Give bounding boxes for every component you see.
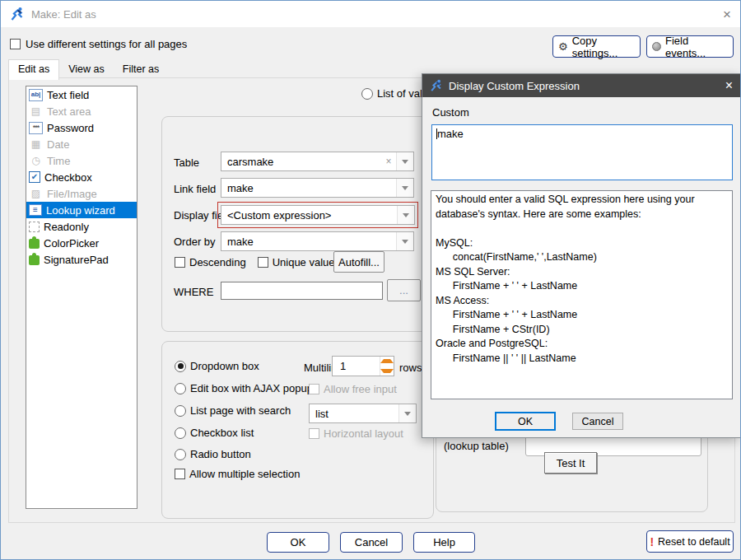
dialog-close-icon[interactable]: ×	[725, 79, 733, 92]
autofill-button[interactable]: Autofill...	[333, 251, 384, 273]
link-field-dropdown-button[interactable]	[396, 179, 413, 197]
help-button[interactable]: Help	[413, 532, 475, 553]
tab-edit-as[interactable]: Edit as	[8, 59, 59, 80]
sidebar-item-lookup-wizard[interactable]: ≡ Lookup wizard	[26, 202, 137, 218]
allow-multiple-checkbox[interactable]	[175, 469, 185, 479]
chevron-down-icon	[404, 412, 411, 416]
clear-icon[interactable]: ×	[381, 156, 396, 167]
sidebar-item-file-image[interactable]: ▨ File/Image	[26, 185, 137, 202]
stepper-down-button[interactable]	[380, 366, 394, 376]
dropdown-box-option[interactable]: Dropdown box	[175, 360, 259, 372]
horizontal-layout-checkbox[interactable]	[309, 428, 319, 439]
sidebar-item-time[interactable]: ◷ Time	[26, 152, 137, 169]
display-field-combobox[interactable]: <Custom expression>	[221, 205, 415, 225]
sidebar-item-password[interactable]: *** Password	[26, 119, 137, 136]
list-page-combobox[interactable]: list	[309, 404, 417, 423]
table-value: carsmake	[221, 156, 381, 168]
custom-expression-textarea[interactable]: make	[431, 124, 733, 180]
where-label: WHERE	[174, 286, 213, 298]
chevron-down-icon	[402, 160, 408, 164]
app-runner-icon	[430, 79, 443, 92]
edit-type-listbox: ab| Text field ▤ Text area *** Password …	[26, 86, 137, 509]
list-of-values-radio[interactable]	[361, 88, 373, 100]
allow-multiple-row: Allow multiple selection	[175, 468, 300, 480]
field-events-label: Field events...	[665, 35, 728, 59]
copy-settings-button[interactable]: ⚙ Copy settings...	[552, 35, 641, 58]
sidebar-item-text-field[interactable]: ab| Text field	[26, 86, 137, 103]
multiline-stepper[interactable]: 1	[332, 356, 394, 376]
where-input[interactable]	[221, 282, 383, 300]
horizontal-layout-label: Horizontal layout	[324, 427, 403, 440]
sidebar-item-signaturepad[interactable]: SignaturePad	[26, 251, 137, 268]
radio-button-radio[interactable]	[175, 449, 186, 460]
chevron-down-icon	[403, 213, 409, 217]
test-it-button[interactable]: Test It	[544, 452, 597, 474]
tab-view-as[interactable]: View as	[59, 60, 114, 79]
multiline-value: 1	[333, 357, 380, 376]
checkbox-list-radio[interactable]	[175, 427, 186, 439]
gear-icon: ⚙	[558, 40, 568, 53]
dropdown-box-label: Dropdown box	[190, 360, 259, 372]
horizontal-layout-row: Horizontal layout	[309, 427, 403, 440]
edit-box-ajax-label: Edit box with AJAX popup	[190, 382, 313, 394]
unique-values-checkbox[interactable]	[258, 257, 268, 268]
text-area-icon: ▤	[29, 105, 43, 118]
test-it-label: Test It	[557, 457, 585, 469]
checkbox-list-option[interactable]: Checkbox list	[175, 427, 254, 439]
use-different-settings-label: Use different settings for all pages	[26, 38, 187, 50]
link-field-value: make	[221, 182, 396, 194]
lookup-table-label: (lookup table)	[444, 440, 509, 452]
plugin-icon	[29, 255, 40, 265]
sidebar-item-text-area[interactable]: ▤ Text area	[26, 103, 137, 119]
radio-button-label: Radio button	[190, 448, 251, 460]
ok-button[interactable]: OK	[267, 532, 329, 553]
link-field-combobox[interactable]: make	[221, 178, 414, 198]
table-dropdown-button[interactable]	[396, 152, 413, 170]
edit-box-ajax-radio[interactable]	[175, 383, 186, 394]
descending-checkbox[interactable]	[175, 257, 185, 268]
dropdown-box-radio[interactable]	[175, 361, 186, 372]
sidebar-item-checkbox[interactable]: ✔ Checkbox	[26, 169, 137, 185]
sidebar-item-colorpicker[interactable]: ColorPicker	[26, 235, 137, 251]
edit-box-ajax-option[interactable]: Edit box with AJAX popup	[175, 382, 313, 394]
exclamation-icon: !	[650, 535, 654, 548]
list-page-search-option[interactable]: List page with search	[175, 404, 291, 417]
order-by-combobox[interactable]: make	[221, 231, 414, 251]
dialog-ok-button[interactable]: OK	[495, 412, 556, 431]
text-field-icon: ab|	[29, 89, 43, 101]
title-bar: Make: Edit as ×	[1, 1, 740, 27]
window-close-icon[interactable]: ×	[723, 7, 731, 21]
allow-multiple-label: Allow multiple selection	[189, 468, 300, 480]
tabstrip: Edit asView asFilter as	[8, 59, 168, 79]
stepper-up-button[interactable]	[380, 357, 394, 366]
list-page-search-label: List page with search	[190, 404, 291, 417]
allow-free-input-checkbox[interactable]	[309, 384, 319, 394]
cancel-button[interactable]: Cancel	[340, 532, 403, 553]
ellipsis-icon: ...	[399, 284, 408, 296]
make-edit-as-window: Make: Edit as × Use different settings f…	[0, 0, 741, 560]
table-combobox[interactable]: carsmake ×	[221, 152, 414, 171]
list-of-values-option[interactable]: List of valu	[361, 87, 428, 100]
window-title: Make: Edit as	[31, 8, 96, 21]
sidebar-item-readonly[interactable]: Readonly	[26, 218, 137, 235]
readonly-icon	[29, 222, 40, 232]
list-page-dropdown-button[interactable]	[398, 404, 416, 422]
display-field-dropdown-button[interactable]	[397, 206, 414, 224]
reset-to-default-button[interactable]: ! Reset to default	[646, 530, 734, 553]
field-events-dot-icon	[652, 42, 661, 51]
radio-button-option[interactable]: Radio button	[175, 448, 251, 460]
sidebar-item-date[interactable]: ▦ Date	[26, 136, 137, 152]
dialog-cancel-button[interactable]: Cancel	[572, 413, 623, 430]
field-events-button[interactable]: Field events...	[646, 35, 734, 58]
order-by-dropdown-button[interactable]	[396, 232, 413, 250]
display-field-value: <Custom expression>	[221, 209, 397, 222]
where-browse-button[interactable]: ...	[387, 279, 421, 301]
autofill-label: Autofill...	[338, 256, 380, 268]
list-page-search-radio[interactable]	[175, 405, 186, 417]
use-different-settings-checkbox[interactable]	[10, 39, 21, 49]
checkbox-list-label: Checkbox list	[190, 427, 254, 439]
allow-free-input-label: Allow free input	[324, 383, 397, 395]
order-by-label: Order by	[174, 236, 216, 248]
date-icon: ▦	[29, 138, 43, 151]
tab-filter-as[interactable]: Filter as	[114, 60, 168, 79]
